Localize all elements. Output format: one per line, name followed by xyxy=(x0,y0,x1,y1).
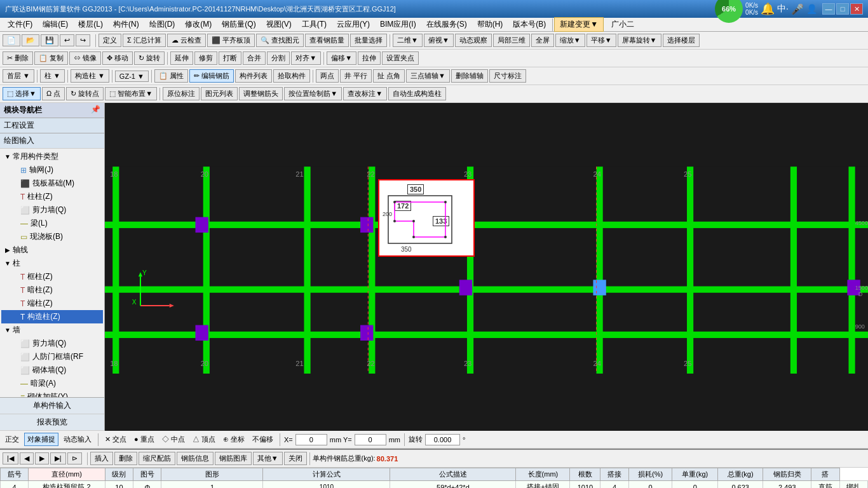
parallel-btn[interactable]: 井 平行 xyxy=(340,69,372,83)
select-tool-btn[interactable]: ⬚ 选择▼ xyxy=(3,87,41,100)
trim-btn[interactable]: 修剪 xyxy=(194,51,217,65)
tree-hidden-beam[interactable]: — 暗梁(A) xyxy=(1,377,103,390)
tree-raft-foundation[interactable]: ⬛ 筏板基础(M) xyxy=(1,177,103,190)
tree-frame-col[interactable]: T 框柱(Z) xyxy=(1,270,103,283)
save-btn[interactable]: 💾 xyxy=(41,34,58,46)
extend-btn[interactable]: 延伸 xyxy=(170,51,193,65)
rotate-btn[interactable]: ↻ 旋转 xyxy=(134,51,165,65)
snap-ortho[interactable]: 正交 xyxy=(3,433,22,445)
three-point-aux-btn[interactable]: 三点辅轴▼ xyxy=(406,69,450,83)
align-btn[interactable]: 对齐▼ xyxy=(291,51,321,65)
progress-circle[interactable]: 66% xyxy=(715,0,743,23)
smart-layout-btn[interactable]: ⬚ 智能布置▼ xyxy=(105,87,157,100)
tree-axis-group[interactable]: ▶ 轴线 xyxy=(1,243,103,257)
menu-user-name[interactable]: 广小二 xyxy=(606,18,639,31)
menu-file[interactable]: 文件(F) xyxy=(3,18,37,31)
mic-icon[interactable]: 🎤 xyxy=(791,3,804,15)
sidebar-section-settings[interactable]: 工程设置 xyxy=(0,118,104,133)
divide-btn[interactable]: 分割 xyxy=(267,51,290,65)
tree-shear-wall2[interactable]: ⬜ 剪力墙(Q) xyxy=(1,337,103,350)
draw-by-pos-btn[interactable]: 按位置绘制筋▼ xyxy=(284,87,342,100)
menu-bim[interactable]: BIM应用(I) xyxy=(375,18,421,31)
play-btn[interactable]: ▶ xyxy=(35,452,49,464)
next-btn[interactable]: ▶| xyxy=(50,452,66,464)
snap-vertex[interactable]: △ 顶点 xyxy=(190,433,218,445)
menu-new-change[interactable]: 新建变更▼ xyxy=(554,17,604,32)
menu-version[interactable]: 版本号(B) xyxy=(508,18,551,31)
menu-edit[interactable]: 编辑(E) xyxy=(37,18,73,31)
menu-help[interactable]: 帮助(H) xyxy=(472,18,508,31)
prev-btn[interactable]: ◀ xyxy=(20,452,34,464)
menu-draw[interactable]: 绘图(D) xyxy=(144,18,180,31)
new-btn[interactable]: 📄 xyxy=(3,34,20,46)
tree-hidden-col[interactable]: T 暗柱(Z) xyxy=(1,283,103,297)
two-point-btn[interactable]: 两点 xyxy=(316,69,339,83)
member-id-btn[interactable]: GZ-1 ▼ xyxy=(115,71,149,82)
tree-common-types[interactable]: ▼ 常用构件类型 xyxy=(1,150,103,163)
menu-member[interactable]: 构件(N) xyxy=(108,18,144,31)
notification-icon[interactable]: 🔔 xyxy=(761,2,775,16)
sidebar-pin-btn[interactable]: 📌 xyxy=(91,105,100,116)
snap-center[interactable]: ◇ 中点 xyxy=(159,433,187,445)
zoom-btn[interactable]: 缩放▼ xyxy=(555,34,585,47)
point-angle-btn[interactable]: 扯 点角 xyxy=(373,69,405,83)
tree-shear-wall[interactable]: ⬜ 剪力墙(Q) xyxy=(1,203,103,217)
tree-construct-col[interactable]: T 构造柱(Z) xyxy=(1,310,103,323)
break-btn[interactable]: 打断 xyxy=(219,51,241,65)
menu-modify[interactable]: 修改(M) xyxy=(180,18,217,31)
tree-column-group[interactable]: ▼ 柱 xyxy=(1,257,103,270)
menu-cloud[interactable]: 云应用(Y) xyxy=(332,18,375,31)
member-list-btn[interactable]: 构件列表 xyxy=(235,69,272,83)
sum-btn[interactable]: Σ 汇总计算 xyxy=(123,34,166,47)
prev-first-btn[interactable]: |◀ xyxy=(3,452,18,464)
user-icon[interactable]: 👤 xyxy=(806,4,817,14)
menu-online[interactable]: 在线服务(S) xyxy=(421,18,472,31)
dim-label-btn[interactable]: 尺寸标注 xyxy=(489,69,526,83)
auto-gen-col-btn[interactable]: 自动生成构造柱 xyxy=(388,87,446,100)
table-row[interactable]: 4 构造柱预留筋.2 10 Φ 1 1010 59*d+42*d 搭接+锚固 1… xyxy=(1,481,868,489)
check-label-btn[interactable]: 查改标注▼ xyxy=(343,87,387,100)
tree-beam[interactable]: — 梁(L) xyxy=(1,217,103,230)
rotate-input[interactable] xyxy=(425,434,460,445)
tree-cast-slab[interactable]: ▭ 现浇板(B) xyxy=(1,230,103,243)
tree-axis[interactable]: ⊞ 轴网(J) xyxy=(1,163,103,177)
fullscreen-btn[interactable]: 全屏 xyxy=(531,34,554,47)
maximize-button[interactable]: □ xyxy=(836,3,849,15)
menu-floor[interactable]: 楼层(L) xyxy=(73,18,108,31)
copy-btn[interactable]: 📋 复制 xyxy=(34,51,68,65)
rebar-lib-btn[interactable]: 钢筋图库 xyxy=(215,452,252,465)
2d-view-btn[interactable]: 二维▼ xyxy=(393,34,423,47)
tree-civil-defense-wall[interactable]: ⬜ 人防门框墙(RF xyxy=(1,350,103,363)
single-member-input-btn[interactable]: 单构件输入 xyxy=(0,398,104,414)
delete-row-btn[interactable]: 删除 xyxy=(114,452,137,465)
undo-btn[interactable]: ↩ xyxy=(60,34,74,46)
insert-row-btn[interactable]: 插入 xyxy=(90,452,113,465)
top-view-btn[interactable]: 俯视▼ xyxy=(424,34,454,47)
column-type-btn[interactable]: 柱 ▼ xyxy=(40,69,65,83)
close-button[interactable]: ✕ xyxy=(850,3,863,15)
offset-btn[interactable]: 偏移▼ xyxy=(327,51,356,65)
rotate-point-btn[interactable]: ↻ 旋转点 xyxy=(66,87,104,100)
tree-end-col[interactable]: T 端柱(Z) xyxy=(1,297,103,310)
x-input[interactable] xyxy=(295,434,327,445)
define-btn[interactable]: 定义 xyxy=(98,34,121,47)
sidebar-section-draw[interactable]: 绘图输入 xyxy=(0,133,104,149)
adj-rebar-head-btn[interactable]: 调整钢筋头 xyxy=(239,87,283,100)
minimize-button[interactable]: — xyxy=(822,3,835,15)
view-rebar-btn[interactable]: 查看钢筋量 xyxy=(305,34,349,47)
local-3d-btn[interactable]: 局部三维 xyxy=(493,34,530,47)
snap-dynamic[interactable]: 动态输入 xyxy=(61,433,94,445)
in-place-label-btn[interactable]: 原位标注 xyxy=(163,87,200,100)
menu-tools[interactable]: 工具(T) xyxy=(297,18,332,31)
first-floor-btn[interactable]: 首层 ▼ xyxy=(3,69,34,83)
stretch-btn[interactable]: 拉伸 xyxy=(358,51,381,65)
snap-object[interactable]: 对象捕捉 xyxy=(24,433,58,446)
grip-btn[interactable]: 设置夹点 xyxy=(382,51,419,65)
snap-midpoint[interactable]: ● 重点 xyxy=(132,433,157,445)
next-last-btn[interactable]: ⊳ xyxy=(67,452,82,464)
open-btn[interactable]: 📂 xyxy=(22,34,39,46)
close-panel-btn[interactable]: 关闭 xyxy=(284,452,307,465)
del-aux-btn[interactable]: 删除辅轴 xyxy=(451,69,488,83)
screen-rotate-btn[interactable]: 屏幕旋转▼ xyxy=(618,34,661,47)
level-board-btn[interactable]: ⬛ 平齐板顶 xyxy=(207,34,255,47)
